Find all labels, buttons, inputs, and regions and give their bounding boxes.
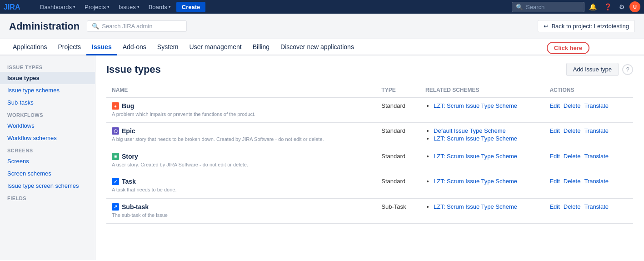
action-translate-link[interactable]: Translate [584, 153, 609, 160]
chevron-down-icon: ▾ [107, 5, 110, 9]
action-delete-link[interactable]: Delete [564, 203, 581, 210]
col-name: Name [106, 83, 376, 97]
nav-projects[interactable]: Projects ▾ [81, 0, 113, 14]
action-edit-link[interactable]: Edit [549, 203, 559, 210]
subnav-issues[interactable]: Issues [86, 39, 117, 55]
col-actions: Actions [544, 83, 633, 97]
action-delete-link[interactable]: Delete [564, 153, 581, 160]
avatar[interactable]: U [629, 1, 640, 12]
issue-type-icon: ■ [112, 153, 119, 160]
issue-name: ⬡ Epic [112, 127, 370, 135]
action-translate-link[interactable]: Translate [584, 178, 609, 185]
sidebar-item-workflow-schemes[interactable]: Workflow schemes [0, 132, 95, 144]
scheme-link[interactable]: LZT: Scrum Issue Type Scheme [434, 178, 517, 185]
sidebar-item-workflows[interactable]: Workflows [0, 120, 95, 132]
scheme-link[interactable]: LZT: Scrum Issue Type Scheme [434, 153, 517, 160]
issue-name-text: Task [122, 178, 136, 185]
create-button[interactable]: Create [176, 2, 205, 12]
chevron-down-icon: ▾ [137, 5, 140, 9]
action-delete-link[interactable]: Delete [564, 127, 581, 134]
action-delete-link[interactable]: Delete [564, 102, 581, 109]
sidebar-item-issue-type-screen-schemes[interactable]: Issue type screen schemes [0, 180, 95, 192]
action-edit-link[interactable]: Edit [549, 102, 559, 109]
sidebar-item-issue-types[interactable]: Issue types [0, 72, 95, 84]
subnav-discover[interactable]: Discover new applications [275, 39, 359, 55]
sidebar-section-title-fields: FIELDS [0, 192, 95, 203]
help-icon[interactable]: ❓ [601, 3, 614, 10]
table-row: ■ Story A user story. Created by JIRA So… [106, 148, 633, 173]
sidebar-item-sub-tasks[interactable]: Sub-tasks [0, 96, 95, 109]
help-circle-icon[interactable]: ? [622, 64, 633, 75]
notifications-icon[interactable]: 🔔 [586, 3, 599, 10]
subnav-projects[interactable]: Projects [53, 39, 87, 55]
search-icon: 🔍 [92, 23, 99, 30]
action-delete-link[interactable]: Delete [564, 178, 581, 185]
table-header-row: Name Type Related Schemes Actions [106, 83, 633, 97]
subnav-billing[interactable]: Billing [247, 39, 275, 55]
settings-icon[interactable]: ⚙ [616, 3, 628, 10]
content-header: Issue types Add issue type ? [106, 63, 633, 76]
subnav-system[interactable]: System [152, 39, 184, 55]
actions-cell: EditDeleteTranslate [544, 123, 633, 148]
chevron-down-icon: ▾ [169, 5, 171, 9]
admin-search-input[interactable] [102, 23, 179, 30]
issue-type-cell: Standard [376, 173, 420, 198]
global-search[interactable]: 🔍 [512, 2, 584, 12]
action-edit-link[interactable]: Edit [549, 178, 559, 185]
subnav-addons[interactable]: Add-ons [117, 39, 152, 55]
subnav-applications[interactable]: Applications [7, 39, 53, 55]
sidebar-section-workflows: WORKFLOWS Workflows Workflow schemes [0, 109, 95, 144]
issue-name-cell: ■ Story A user story. Created by JIRA So… [106, 148, 376, 173]
click-here-callout: Click here [547, 42, 589, 54]
scheme-link[interactable]: LZT: Scrum Issue Type Scheme [434, 135, 517, 142]
search-input[interactable] [526, 4, 580, 10]
issue-name-text: Bug [122, 102, 134, 110]
back-to-project-button[interactable]: ↩ Back to project: Letzdotesting [538, 20, 635, 32]
scheme-link[interactable]: LZT: Scrum Issue Type Scheme [434, 102, 517, 109]
issue-name: ✓ Task [112, 178, 370, 185]
nav-issues[interactable]: Issues ▾ [115, 0, 143, 14]
scheme-link[interactable]: Default Issue Type Scheme [434, 127, 506, 134]
issue-name-cell: ✓ Task A task that needs to be done. [106, 173, 376, 198]
sidebar-item-issue-type-schemes[interactable]: Issue type schemes [0, 84, 95, 96]
content-header-right: Add issue type ? [566, 63, 633, 76]
issue-description: A user story. Created by JIRA Software -… [112, 161, 370, 168]
action-edit-link[interactable]: Edit [549, 153, 559, 160]
actions-cell: EditDeleteTranslate [544, 173, 633, 198]
actions-cell: EditDeleteTranslate [544, 198, 633, 223]
nav-dashboards[interactable]: Dashboards ▾ [36, 0, 79, 14]
admin-header: Administration 🔍 ↩ Back to project: Letz… [0, 14, 644, 39]
action-translate-link[interactable]: Translate [584, 203, 609, 210]
issue-name-text: Sub-task [122, 203, 149, 211]
svg-text:JIRA: JIRA [4, 3, 20, 11]
table-row: ● Bug A problem which impairs or prevent… [106, 97, 633, 123]
scheme-link[interactable]: LZT: Scrum Issue Type Scheme [434, 203, 517, 210]
issue-name-text: Story [122, 153, 138, 160]
issue-description: A big user story that needs to be broken… [112, 136, 370, 143]
issue-description: The sub-task of the issue [112, 212, 370, 219]
action-translate-link[interactable]: Translate [584, 102, 609, 109]
actions-cell: EditDeleteTranslate [544, 97, 633, 123]
action-translate-link[interactable]: Translate [584, 127, 609, 134]
sidebar-section-fields: FIELDS [0, 192, 95, 203]
add-issue-type-button[interactable]: Add issue type [566, 63, 619, 76]
issue-type-icon: ⬡ [112, 127, 119, 135]
issue-description: A task that needs to be done. [112, 186, 370, 193]
main-layout: ISSUE TYPES Issue types Issue type schem… [0, 55, 644, 260]
issue-type-icon: ↗ [112, 203, 119, 211]
jira-logo[interactable]: JIRA [4, 3, 31, 11]
sidebar-section-title-workflows: WORKFLOWS [0, 109, 95, 120]
issue-name-text: Epic [122, 127, 135, 135]
sidebar-item-screen-schemes[interactable]: Screen schemes [0, 167, 95, 180]
back-arrow-icon: ↩ [544, 23, 549, 30]
sidebar-item-screens[interactable]: Screens [0, 155, 95, 167]
action-edit-link[interactable]: Edit [549, 127, 559, 134]
admin-search[interactable]: 🔍 [87, 20, 187, 32]
issue-type-cell: Standard [376, 123, 420, 148]
nav-boards[interactable]: Boards ▾ [145, 0, 175, 14]
subnav-user-management[interactable]: User management [184, 39, 247, 55]
table-row: ⬡ Epic A big user story that needs to be… [106, 123, 633, 148]
sidebar-section-title-issue-types: ISSUE TYPES [0, 61, 95, 72]
chevron-down-icon: ▾ [73, 5, 75, 9]
top-navigation: JIRA Dashboards ▾ Projects ▾ Issues ▾ Bo… [0, 0, 644, 14]
